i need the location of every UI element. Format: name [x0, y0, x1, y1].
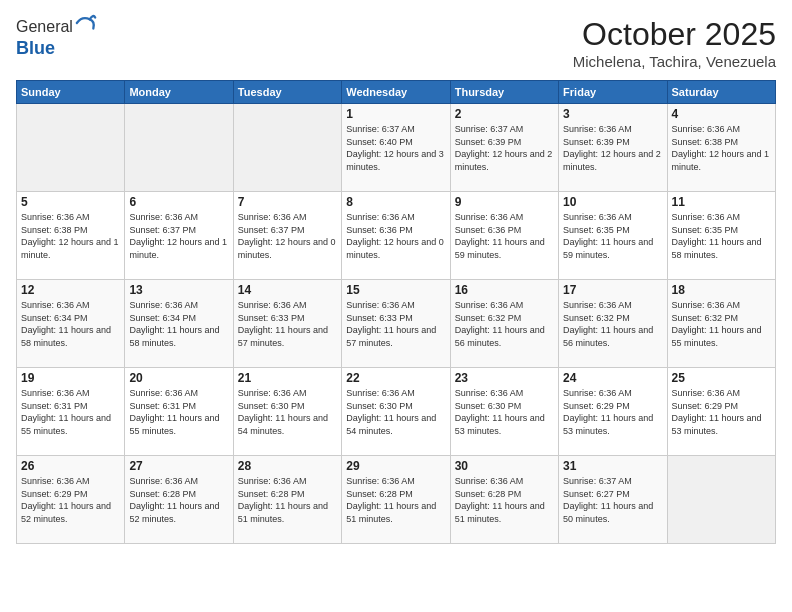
day-number-11: 11	[672, 195, 771, 209]
cell-4-0: 26Sunrise: 6:36 AM Sunset: 6:29 PM Dayli…	[17, 456, 125, 544]
day-number-30: 30	[455, 459, 554, 473]
day-info-23: Sunrise: 6:36 AM Sunset: 6:30 PM Dayligh…	[455, 387, 554, 437]
day-number-27: 27	[129, 459, 228, 473]
day-number-20: 20	[129, 371, 228, 385]
day-number-8: 8	[346, 195, 445, 209]
cell-1-1: 6Sunrise: 6:36 AM Sunset: 6:37 PM Daylig…	[125, 192, 233, 280]
day-info-15: Sunrise: 6:36 AM Sunset: 6:33 PM Dayligh…	[346, 299, 445, 349]
day-info-28: Sunrise: 6:36 AM Sunset: 6:28 PM Dayligh…	[238, 475, 337, 525]
weekday-header-row: Sunday Monday Tuesday Wednesday Thursday…	[17, 81, 776, 104]
cell-4-6	[667, 456, 775, 544]
day-info-18: Sunrise: 6:36 AM Sunset: 6:32 PM Dayligh…	[672, 299, 771, 349]
day-number-1: 1	[346, 107, 445, 121]
day-number-15: 15	[346, 283, 445, 297]
day-number-5: 5	[21, 195, 120, 209]
day-info-25: Sunrise: 6:36 AM Sunset: 6:29 PM Dayligh…	[672, 387, 771, 437]
logo-general-text: General	[16, 18, 73, 36]
logo: General Blue	[16, 16, 97, 59]
cell-2-5: 17Sunrise: 6:36 AM Sunset: 6:32 PM Dayli…	[559, 280, 667, 368]
day-info-6: Sunrise: 6:36 AM Sunset: 6:37 PM Dayligh…	[129, 211, 228, 261]
day-info-27: Sunrise: 6:36 AM Sunset: 6:28 PM Dayligh…	[129, 475, 228, 525]
cell-4-1: 27Sunrise: 6:36 AM Sunset: 6:28 PM Dayli…	[125, 456, 233, 544]
day-number-7: 7	[238, 195, 337, 209]
day-number-28: 28	[238, 459, 337, 473]
day-number-25: 25	[672, 371, 771, 385]
cell-4-3: 29Sunrise: 6:36 AM Sunset: 6:28 PM Dayli…	[342, 456, 450, 544]
day-number-21: 21	[238, 371, 337, 385]
day-info-31: Sunrise: 6:37 AM Sunset: 6:27 PM Dayligh…	[563, 475, 662, 525]
week-row-1: 5Sunrise: 6:36 AM Sunset: 6:38 PM Daylig…	[17, 192, 776, 280]
header-wednesday: Wednesday	[342, 81, 450, 104]
day-info-30: Sunrise: 6:36 AM Sunset: 6:28 PM Dayligh…	[455, 475, 554, 525]
day-info-14: Sunrise: 6:36 AM Sunset: 6:33 PM Dayligh…	[238, 299, 337, 349]
cell-2-3: 15Sunrise: 6:36 AM Sunset: 6:33 PM Dayli…	[342, 280, 450, 368]
day-info-12: Sunrise: 6:36 AM Sunset: 6:34 PM Dayligh…	[21, 299, 120, 349]
header: General Blue October 2025 Michelena, Tac…	[16, 16, 776, 70]
day-info-1: Sunrise: 6:37 AM Sunset: 6:40 PM Dayligh…	[346, 123, 445, 173]
day-info-21: Sunrise: 6:36 AM Sunset: 6:30 PM Dayligh…	[238, 387, 337, 437]
title-block: October 2025 Michelena, Tachira, Venezue…	[573, 16, 776, 70]
day-info-26: Sunrise: 6:36 AM Sunset: 6:29 PM Dayligh…	[21, 475, 120, 525]
day-info-11: Sunrise: 6:36 AM Sunset: 6:35 PM Dayligh…	[672, 211, 771, 261]
day-number-18: 18	[672, 283, 771, 297]
day-info-5: Sunrise: 6:36 AM Sunset: 6:38 PM Dayligh…	[21, 211, 120, 261]
cell-3-6: 25Sunrise: 6:36 AM Sunset: 6:29 PM Dayli…	[667, 368, 775, 456]
cell-1-4: 9Sunrise: 6:36 AM Sunset: 6:36 PM Daylig…	[450, 192, 558, 280]
cell-1-6: 11Sunrise: 6:36 AM Sunset: 6:35 PM Dayli…	[667, 192, 775, 280]
header-tuesday: Tuesday	[233, 81, 341, 104]
day-info-22: Sunrise: 6:36 AM Sunset: 6:30 PM Dayligh…	[346, 387, 445, 437]
day-info-9: Sunrise: 6:36 AM Sunset: 6:36 PM Dayligh…	[455, 211, 554, 261]
cell-2-1: 13Sunrise: 6:36 AM Sunset: 6:34 PM Dayli…	[125, 280, 233, 368]
cell-0-0	[17, 104, 125, 192]
day-number-16: 16	[455, 283, 554, 297]
cell-3-3: 22Sunrise: 6:36 AM Sunset: 6:30 PM Dayli…	[342, 368, 450, 456]
day-info-8: Sunrise: 6:36 AM Sunset: 6:36 PM Dayligh…	[346, 211, 445, 261]
day-number-14: 14	[238, 283, 337, 297]
day-info-13: Sunrise: 6:36 AM Sunset: 6:34 PM Dayligh…	[129, 299, 228, 349]
day-info-29: Sunrise: 6:36 AM Sunset: 6:28 PM Dayligh…	[346, 475, 445, 525]
day-number-31: 31	[563, 459, 662, 473]
day-info-7: Sunrise: 6:36 AM Sunset: 6:37 PM Dayligh…	[238, 211, 337, 261]
day-number-29: 29	[346, 459, 445, 473]
logo-icon	[75, 12, 97, 34]
logo-blue-text: Blue	[16, 38, 97, 59]
cell-0-4: 2Sunrise: 6:37 AM Sunset: 6:39 PM Daylig…	[450, 104, 558, 192]
week-row-2: 12Sunrise: 6:36 AM Sunset: 6:34 PM Dayli…	[17, 280, 776, 368]
cell-2-6: 18Sunrise: 6:36 AM Sunset: 6:32 PM Dayli…	[667, 280, 775, 368]
day-number-2: 2	[455, 107, 554, 121]
cell-0-5: 3Sunrise: 6:36 AM Sunset: 6:39 PM Daylig…	[559, 104, 667, 192]
day-info-10: Sunrise: 6:36 AM Sunset: 6:35 PM Dayligh…	[563, 211, 662, 261]
day-number-26: 26	[21, 459, 120, 473]
day-number-10: 10	[563, 195, 662, 209]
day-number-22: 22	[346, 371, 445, 385]
cell-3-4: 23Sunrise: 6:36 AM Sunset: 6:30 PM Dayli…	[450, 368, 558, 456]
day-info-20: Sunrise: 6:36 AM Sunset: 6:31 PM Dayligh…	[129, 387, 228, 437]
header-saturday: Saturday	[667, 81, 775, 104]
cell-1-0: 5Sunrise: 6:36 AM Sunset: 6:38 PM Daylig…	[17, 192, 125, 280]
day-info-17: Sunrise: 6:36 AM Sunset: 6:32 PM Dayligh…	[563, 299, 662, 349]
header-friday: Friday	[559, 81, 667, 104]
cell-4-4: 30Sunrise: 6:36 AM Sunset: 6:28 PM Dayli…	[450, 456, 558, 544]
cell-1-2: 7Sunrise: 6:36 AM Sunset: 6:37 PM Daylig…	[233, 192, 341, 280]
cell-4-2: 28Sunrise: 6:36 AM Sunset: 6:28 PM Dayli…	[233, 456, 341, 544]
cell-2-4: 16Sunrise: 6:36 AM Sunset: 6:32 PM Dayli…	[450, 280, 558, 368]
location-title: Michelena, Tachira, Venezuela	[573, 53, 776, 70]
cell-3-5: 24Sunrise: 6:36 AM Sunset: 6:29 PM Dayli…	[559, 368, 667, 456]
month-title: October 2025	[573, 16, 776, 53]
cell-0-1	[125, 104, 233, 192]
cell-4-5: 31Sunrise: 6:37 AM Sunset: 6:27 PM Dayli…	[559, 456, 667, 544]
cell-2-0: 12Sunrise: 6:36 AM Sunset: 6:34 PM Dayli…	[17, 280, 125, 368]
day-info-24: Sunrise: 6:36 AM Sunset: 6:29 PM Dayligh…	[563, 387, 662, 437]
day-info-19: Sunrise: 6:36 AM Sunset: 6:31 PM Dayligh…	[21, 387, 120, 437]
header-thursday: Thursday	[450, 81, 558, 104]
cell-3-2: 21Sunrise: 6:36 AM Sunset: 6:30 PM Dayli…	[233, 368, 341, 456]
day-number-4: 4	[672, 107, 771, 121]
day-info-4: Sunrise: 6:36 AM Sunset: 6:38 PM Dayligh…	[672, 123, 771, 173]
calendar-table: Sunday Monday Tuesday Wednesday Thursday…	[16, 80, 776, 544]
day-number-23: 23	[455, 371, 554, 385]
cell-0-3: 1Sunrise: 6:37 AM Sunset: 6:40 PM Daylig…	[342, 104, 450, 192]
day-number-17: 17	[563, 283, 662, 297]
day-number-9: 9	[455, 195, 554, 209]
cell-1-3: 8Sunrise: 6:36 AM Sunset: 6:36 PM Daylig…	[342, 192, 450, 280]
cell-3-0: 19Sunrise: 6:36 AM Sunset: 6:31 PM Dayli…	[17, 368, 125, 456]
